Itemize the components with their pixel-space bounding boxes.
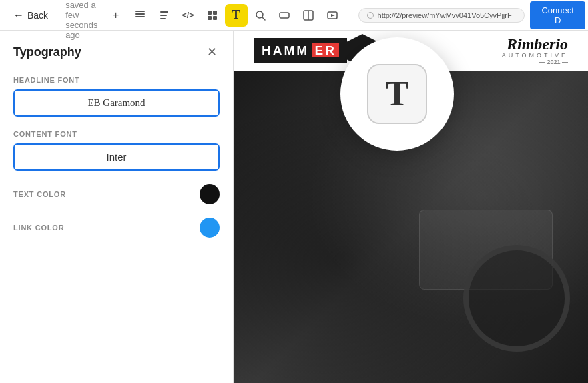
panel-title: Typography [13, 45, 81, 59]
text-color-label: TEXT COLOR [13, 190, 66, 198]
preview-image [234, 71, 588, 383]
link-color-swatch[interactable] [200, 218, 220, 238]
search-icon[interactable] [249, 4, 272, 27]
link-color-field: LINK COLOR [13, 218, 220, 238]
headline-font-label: HEADLINE FONT [13, 76, 220, 84]
media-icon[interactable] [321, 4, 344, 27]
layers-icon[interactable] [129, 4, 152, 27]
connect-button[interactable]: Connect D [530, 1, 585, 29]
link-color-label: LINK COLOR [13, 224, 64, 232]
svg-rect-5 [160, 18, 166, 19]
svg-marker-16 [331, 14, 335, 17]
preview-logo-left-wrapper: HAMM ER [254, 34, 379, 67]
content-font-group: CONTENT FONT Inter [13, 130, 220, 171]
svg-rect-2 [135, 11, 145, 12]
text-color-field: TEXT COLOR [13, 184, 220, 204]
preview-header: HAMM ER Rimberio AUTOMOTIVE — 2021 — [234, 31, 588, 71]
url-bar[interactable]: http://2/preview/mYwMvv041Vo5CyvPjjrF [358, 8, 525, 23]
code-icon[interactable]: </> [177, 4, 200, 27]
logo-year: — 2021 — [502, 59, 568, 66]
panel-header: Typography ✕ [13, 44, 220, 60]
back-label: Back [27, 10, 48, 21]
svg-rect-4 [160, 15, 167, 16]
preview-logo-right: Rimberio AUTOMOTIVE — 2021 — [502, 35, 568, 66]
main-layout: Typography ✕ HEADLINE FONT EB Garamond C… [0, 31, 588, 383]
svg-rect-7 [213, 11, 217, 15]
add-icon[interactable]: + [105, 4, 127, 27]
save-status: Last saved a few seconds ago [65, 0, 97, 40]
canvas-area: T HAMM ER Rimberio AUTOMOTIVE — 2021 — [234, 31, 588, 383]
content-font-selector[interactable]: Inter [13, 143, 220, 171]
typography-panel: Typography ✕ HEADLINE FONT EB Garamond C… [0, 31, 234, 383]
logo-left-text2: ER [312, 43, 339, 57]
forms-icon[interactable] [273, 4, 296, 27]
url-radio [367, 12, 374, 19]
headline-font-selector[interactable]: EB Garamond [13, 89, 220, 117]
svg-rect-0 [135, 13, 145, 15]
pages-icon[interactable] [153, 4, 176, 27]
preview-logo-left: HAMM ER [254, 38, 347, 63]
logo-right-name: Rimberio [507, 35, 568, 53]
toolbar-icons: + </> T [105, 4, 344, 27]
logo-hexagon [346, 34, 379, 67]
layout-icon[interactable] [297, 4, 320, 27]
url-text: http://2/preview/mYwMvv041Vo5CyvPjjrF [378, 11, 512, 19]
components-icon[interactable] [201, 4, 224, 27]
back-button[interactable]: ← Back [8, 7, 53, 24]
svg-rect-3 [160, 11, 168, 13]
svg-rect-6 [208, 11, 212, 15]
text-color-swatch[interactable] [200, 184, 220, 204]
svg-rect-9 [213, 16, 217, 20]
steering-wheel [463, 245, 570, 352]
top-bar: ← Back Last saved a few seconds ago + </… [0, 0, 588, 31]
svg-rect-12 [280, 13, 289, 18]
close-panel-button[interactable]: ✕ [204, 44, 220, 60]
content-font-label: CONTENT FONT [13, 130, 220, 138]
headline-font-group: HEADLINE FONT EB Garamond [13, 76, 220, 117]
toolbar-right: http://2/preview/mYwMvv041Vo5CyvPjjrF Co… [358, 1, 585, 29]
svg-rect-8 [208, 16, 212, 20]
canvas-content: HAMM ER Rimberio AUTOMOTIVE — 2021 — [234, 31, 588, 383]
typography-icon[interactable]: T [225, 4, 248, 27]
back-arrow-icon: ← [13, 9, 24, 21]
svg-rect-1 [135, 16, 145, 17]
logo-left-text: HAMM [262, 43, 309, 57]
svg-line-11 [262, 17, 265, 20]
